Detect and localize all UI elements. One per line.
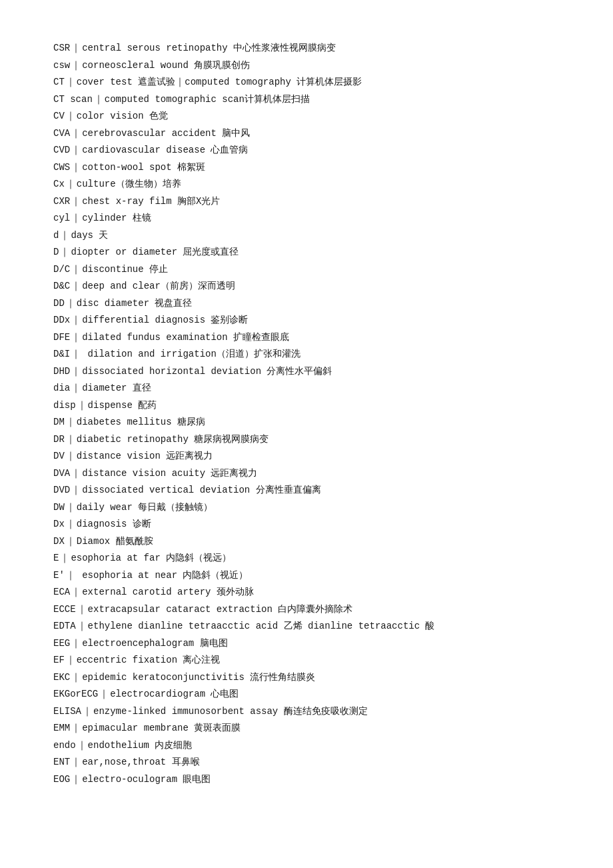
definition: distance vision acuity 远距离视力 bbox=[82, 468, 257, 479]
separator-icon: ｜ bbox=[60, 553, 69, 563]
separator-icon: ｜ bbox=[66, 298, 75, 309]
definition: dilation and irrigation（泪道）扩张和灌洗 bbox=[82, 349, 301, 359]
list-item: dia｜diameter 直径 bbox=[53, 380, 560, 397]
abbreviation: endo bbox=[53, 740, 76, 751]
separator-icon: ｜ bbox=[66, 536, 75, 547]
definition: endothelium 内皮细胞 bbox=[88, 740, 193, 751]
definition: cardiovascular disease 心血管病 bbox=[82, 145, 248, 155]
separator-icon: ｜ bbox=[71, 638, 81, 649]
abbreviation: CWS bbox=[53, 162, 70, 173]
list-item: disp｜dispense 配药 bbox=[53, 397, 560, 414]
list-item: CVA｜cerebrovascular accident 脑中风 bbox=[53, 125, 560, 142]
list-item: EOG｜electro-oculogram 眼电图 bbox=[53, 771, 560, 788]
separator-icon: ｜ bbox=[60, 230, 69, 241]
abbreviation: DX bbox=[53, 536, 65, 547]
separator-icon: ｜ bbox=[71, 43, 81, 53]
separator-icon: ｜ bbox=[71, 366, 81, 377]
separator-icon: ｜ bbox=[60, 247, 69, 257]
definition: culture（微生物）培养 bbox=[77, 179, 181, 189]
abbreviation: CT bbox=[53, 77, 65, 87]
abbreviation: CVD bbox=[53, 145, 70, 155]
definition: external carotid artery 颈外动脉 bbox=[82, 587, 254, 597]
abbreviation: EKGorECG bbox=[53, 689, 98, 699]
definition: esophoria at far 内隐斜（视远） bbox=[71, 553, 231, 563]
list-item: Cx｜culture（微生物）培养 bbox=[53, 176, 560, 193]
definition: central serous retinopathy 中心性浆液性视网膜病变 bbox=[82, 43, 336, 53]
list-item: CV｜color vision 色觉 bbox=[53, 108, 560, 125]
abbreviation: D&C bbox=[53, 281, 70, 291]
list-item: DVA｜distance vision acuity 远距离视力 bbox=[53, 465, 560, 482]
list-item: Dx｜diagnosis 诊断 bbox=[53, 516, 560, 533]
list-item: ECA｜external carotid artery 颈外动脉 bbox=[53, 584, 560, 601]
abbreviation: DW bbox=[53, 502, 65, 513]
abbreviation: E' bbox=[53, 570, 65, 581]
abbreviation: CT scan bbox=[53, 94, 93, 105]
list-item: D｜diopter or diameter 屈光度或直径 bbox=[53, 244, 560, 261]
list-item: D/C｜discontinue 停止 bbox=[53, 261, 560, 278]
list-item: E'｜ esophoria at near 内隐斜（视近） bbox=[53, 567, 560, 584]
abbreviation: DHD bbox=[53, 366, 70, 377]
abbreviation: CVA bbox=[53, 128, 70, 139]
separator-icon: ｜ bbox=[71, 774, 81, 785]
definition: Diamox 醋氨酰胺 bbox=[77, 536, 153, 547]
definition: dissociated horizontal deviation 分离性水平偏斜 bbox=[82, 366, 332, 377]
definition: ear,nose,throat 耳鼻喉 bbox=[82, 757, 199, 767]
abbreviation: EMM bbox=[53, 723, 70, 733]
definition: dispense 配药 bbox=[88, 400, 157, 411]
definition: distance vision 远距离视力 bbox=[77, 451, 213, 461]
list-item: DM｜diabetes mellitus 糖尿病 bbox=[53, 414, 560, 431]
separator-icon: ｜ bbox=[71, 723, 81, 733]
abbreviation: EDTA bbox=[53, 621, 76, 631]
abbreviation: EOG bbox=[53, 774, 70, 785]
abbreviation: DR bbox=[53, 434, 65, 445]
separator-icon: ｜ bbox=[77, 740, 87, 751]
definition: cylinder 柱镜 bbox=[82, 213, 151, 223]
definition: differential diagnosis 鉴别诊断 bbox=[82, 315, 248, 325]
list-item: DD｜disc diameter 视盘直径 bbox=[53, 295, 560, 312]
list-item: d｜days 天 bbox=[53, 227, 560, 244]
separator-icon: ｜ bbox=[71, 145, 81, 155]
abbreviation: Dx bbox=[53, 519, 65, 529]
separator-icon: ｜ bbox=[71, 349, 81, 359]
separator-icon: ｜ bbox=[71, 485, 81, 495]
separator-icon: ｜ bbox=[83, 706, 92, 717]
separator-icon: ｜ bbox=[66, 570, 75, 581]
list-item: ELISA｜enzyme-linked immunosorbent assay … bbox=[53, 703, 560, 720]
list-item: CVD｜cardiovascular disease 心血管病 bbox=[53, 142, 560, 159]
abbreviation: EKC bbox=[53, 672, 70, 683]
list-item: DVD｜dissociated vertical deviation 分离性垂直… bbox=[53, 482, 560, 499]
abbreviation: DDx bbox=[53, 315, 70, 325]
separator-icon: ｜ bbox=[94, 94, 103, 105]
abbreviation: CXR bbox=[53, 196, 70, 207]
abbreviation: Cx bbox=[53, 179, 65, 189]
separator-icon: ｜ bbox=[71, 757, 81, 767]
abbreviation: CSR bbox=[53, 43, 70, 53]
list-item: E｜esophoria at far 内隐斜（视远） bbox=[53, 550, 560, 567]
list-item: DW｜daily wear 每日戴（接触镜） bbox=[53, 499, 560, 516]
abbreviation: EEG bbox=[53, 638, 70, 649]
definition: days 天 bbox=[71, 230, 108, 241]
abbreviation: DD bbox=[53, 298, 65, 309]
list-item: D&C｜deep and clear（前房）深而透明 bbox=[53, 278, 560, 295]
abbreviation: CV bbox=[53, 111, 65, 121]
abbreviation: D/C bbox=[53, 264, 70, 275]
definition: dilated fundus examination 扩瞳检查眼底 bbox=[82, 332, 289, 343]
separator-icon: ｜ bbox=[66, 655, 75, 665]
list-item: EKGorECG｜electrocardiogram 心电图 bbox=[53, 686, 560, 703]
definition: daily wear 每日戴（接触镜） bbox=[77, 502, 213, 513]
definition: esophoria at near 内隐斜（视近） bbox=[77, 570, 249, 581]
definition: dissociated vertical deviation 分离性垂直偏离 bbox=[82, 485, 320, 495]
definition: color vision 色觉 bbox=[77, 111, 168, 121]
abbreviation: ECCE bbox=[53, 604, 76, 615]
abbreviation: D&I bbox=[53, 349, 70, 359]
list-item: DDx｜differential diagnosis 鉴别诊断 bbox=[53, 312, 560, 329]
separator-icon: ｜ bbox=[71, 162, 81, 173]
definition: cover test 遮盖试验｜computed tomography 计算机体… bbox=[77, 77, 362, 87]
definition: extracapsular cataract extraction 白内障囊外摘… bbox=[88, 604, 353, 615]
definition: diabetic retinopathy 糖尿病视网膜病变 bbox=[77, 434, 269, 445]
definition: eccentric fixation 离心注视 bbox=[77, 655, 221, 665]
abbreviation: ECA bbox=[53, 587, 70, 597]
definition: disc diameter 视盘直径 bbox=[77, 298, 193, 309]
abbreviation: D bbox=[53, 247, 59, 257]
list-item: CT｜cover test 遮盖试验｜computed tomography 计… bbox=[53, 74, 560, 91]
